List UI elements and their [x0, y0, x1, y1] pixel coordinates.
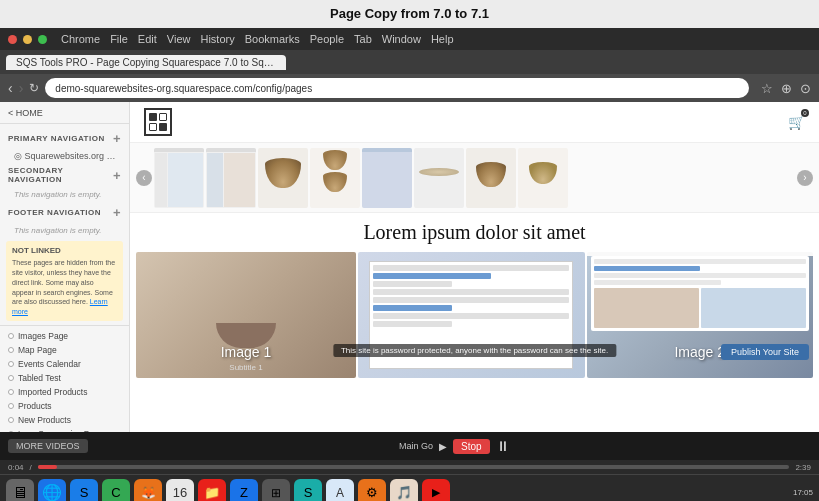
content-panel-image1: Image 1 Subtitle 1 — [136, 252, 356, 378]
footer-nav-add[interactable]: + — [113, 205, 121, 220]
menu-window[interactable]: Window — [382, 33, 421, 45]
stop-button[interactable]: Stop — [453, 439, 490, 454]
inner-grid — [594, 288, 807, 328]
sidebar-label-imported: Imported Products — [18, 387, 87, 397]
sidebar-item-events[interactable]: Events Calendar — [0, 357, 129, 371]
address-bar[interactable]: demo-squarewebsites-org.squarespace.com/… — [45, 78, 749, 98]
footer-nav-empty: This navigation is empty. — [0, 224, 129, 237]
taskbar-icon-finder[interactable]: 🖥 — [6, 479, 34, 502]
more-videos-button[interactable]: MORE VIDEOS — [8, 439, 88, 453]
page-dot-icon — [8, 403, 14, 409]
menu-chrome[interactable]: Chrome — [61, 33, 100, 45]
menu-view[interactable]: View — [167, 33, 191, 45]
sidebar-item-tabled-test[interactable]: Tabled Test — [0, 371, 129, 385]
menu-edit[interactable]: Edit — [138, 33, 157, 45]
gallery-thumb-2[interactable] — [206, 148, 256, 208]
sidebar-item-map-page[interactable]: Map Page — [0, 343, 129, 357]
small-bowl-1 — [323, 150, 347, 170]
content-panel-screenshot — [358, 252, 585, 378]
primary-nav-add[interactable]: + — [113, 131, 121, 146]
refresh-icon[interactable]: ↻ — [29, 81, 39, 95]
window-maximize-dot[interactable] — [38, 35, 47, 44]
browser-tab[interactable]: SQS Tools PRO - Page Copying Squarespace… — [6, 55, 286, 70]
taskbar-icon-3[interactable]: 🦊 — [134, 479, 162, 502]
sidebar-label-map: Map Page — [18, 345, 57, 355]
bookmark-icon[interactable]: ☆ — [761, 81, 773, 96]
os-taskbar: 🖥 🌐 S C 🦊 16 📁 Z ⊞ S A ⚙ 🎵 ▶ 17:05 — [0, 474, 819, 501]
sidebar-home[interactable]: < HOME — [0, 106, 129, 120]
ps-row-2 — [373, 273, 491, 279]
taskbar-icon-9[interactable]: A — [326, 479, 354, 502]
sidebar-item-products[interactable]: Products — [0, 399, 129, 413]
taskbar-icon-10[interactable]: ⚙ — [358, 479, 386, 502]
gallery-thumb-5[interactable] — [362, 148, 412, 208]
gallery-thumbnails — [154, 148, 795, 208]
gallery-thumb-8[interactable] — [518, 148, 568, 208]
image1-sublabel: Subtitle 1 — [229, 363, 262, 372]
not-linked-section: NOT LINKED These pages are hidden from t… — [6, 241, 123, 321]
back-icon[interactable]: ‹ — [8, 80, 13, 96]
taskbar-icon-8[interactable]: S — [294, 479, 322, 502]
secondary-nav-label: SECONDARY NAVIGATION — [8, 166, 113, 184]
inner-row-accent — [594, 266, 700, 271]
inner-screenshot — [591, 256, 810, 331]
taskbar-icon-7[interactable]: ⊞ — [262, 479, 290, 502]
inner-img-2 — [701, 288, 806, 328]
inner-row-1 — [594, 259, 807, 264]
menu-file[interactable]: File — [110, 33, 128, 45]
gallery-prev-btn[interactable]: ‹ — [136, 170, 152, 186]
taskbar-icon-chrome[interactable]: 🌐 — [38, 479, 66, 502]
sidebar: < HOME PRIMARY NAVIGATION + ◎ Squarewebs… — [0, 102, 130, 432]
separator: ▶ — [439, 441, 447, 452]
video-controls-bar: MORE VIDEOS Main Go ▶ Stop ⏸ — [0, 432, 819, 460]
profile-icon[interactable]: ⊙ — [800, 81, 811, 96]
sidebar-label-events: Events Calendar — [18, 359, 81, 369]
gallery-thumb-6[interactable] — [414, 148, 464, 208]
publish-button[interactable]: Publish Your Site — [721, 344, 809, 360]
gallery-next-btn[interactable]: › — [797, 170, 813, 186]
taskbar-icon-5[interactable]: 📁 — [198, 479, 226, 502]
gallery-thumb-1[interactable] — [154, 148, 204, 208]
secondary-nav-header: SECONDARY NAVIGATION + — [0, 162, 129, 188]
sidebar-squarespace-demo[interactable]: ◎ Squarewebsites.org Demo — [0, 150, 129, 162]
taskbar-icon-11[interactable]: 🎵 — [390, 479, 418, 502]
window-close-dot[interactable] — [8, 35, 17, 44]
password-notice: This site is password protected, anyone … — [333, 344, 616, 357]
page-dot-icon — [8, 361, 14, 367]
panel-screenshot-bg — [358, 252, 585, 378]
primary-nav-header: PRIMARY NAVIGATION + — [0, 127, 129, 150]
address-bar-row: ‹ › ↻ demo-squarewebsites-org.squarespac… — [0, 74, 819, 102]
learn-more-link[interactable]: Learn more — [12, 298, 108, 315]
cart-container[interactable]: 🛒 0 — [788, 113, 805, 131]
secondary-nav-add[interactable]: + — [113, 168, 121, 183]
menu-tab[interactable]: Tab — [354, 33, 372, 45]
inner-row-3 — [594, 280, 722, 285]
sidebar-item-new-products[interactable]: New Products — [0, 413, 129, 427]
cart-badge: 0 — [801, 109, 809, 117]
logo-sq-1 — [149, 113, 157, 121]
menu-people[interactable]: People — [310, 33, 344, 45]
taskbar-icon-2[interactable]: C — [102, 479, 130, 502]
menu-bookmarks[interactable]: Bookmarks — [245, 33, 300, 45]
pause-icon[interactable]: ⏸ — [496, 438, 510, 454]
window-minimize-dot[interactable] — [23, 35, 32, 44]
page-dot-icon — [8, 375, 14, 381]
gallery-thumb-3[interactable] — [258, 148, 308, 208]
system-time: 17:05 — [793, 488, 813, 497]
gallery-thumb-7[interactable] — [466, 148, 516, 208]
taskbar-icon-6[interactable]: Z — [230, 479, 258, 502]
menu-history[interactable]: History — [200, 33, 234, 45]
taskbar-icon-1[interactable]: S — [70, 479, 98, 502]
extension-icon[interactable]: ⊕ — [781, 81, 792, 96]
taskbar-icon-youtube[interactable]: ▶ — [422, 479, 450, 502]
forward-icon[interactable]: › — [19, 80, 24, 96]
menu-help[interactable]: Help — [431, 33, 454, 45]
gallery-thumb-4[interactable] — [310, 148, 360, 208]
sidebar-item-images-page[interactable]: Images Page — [0, 329, 129, 343]
logo-sq-2 — [159, 113, 167, 121]
sidebar-item-imported-products[interactable]: Imported Products — [0, 385, 129, 399]
progress-track[interactable] — [38, 465, 790, 469]
sidebar-item-lazy-summaries[interactable]: Lazy Summaries Page — [0, 427, 129, 432]
page-dot-icon — [8, 389, 14, 395]
taskbar-icon-4[interactable]: 16 — [166, 479, 194, 502]
